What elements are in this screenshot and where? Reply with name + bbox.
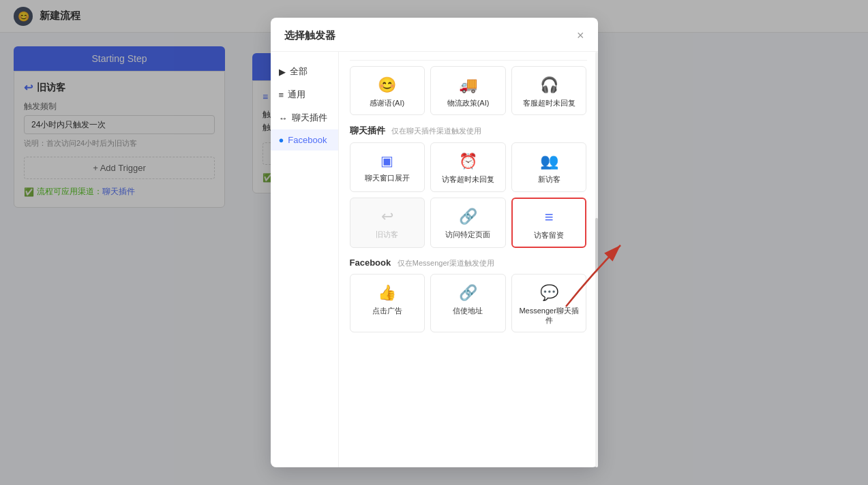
specific-page-label: 访问特定页面	[445, 230, 490, 239]
trigger-item-old-visitor: ↩ 旧访客	[350, 198, 425, 248]
trigger-item-new-visitor[interactable]: 👥 新访客	[511, 142, 587, 191]
modal-close-button[interactable]: ×	[577, 29, 584, 43]
modal-nav: ▶ 全部 ≡ 通用 ↔ 聊天插件 ● Facebook	[271, 52, 339, 467]
facebook-section-title: Facebook 仅在Messenger渠道触发使用	[350, 257, 587, 268]
messenger-url-icon: 🔗	[459, 284, 477, 302]
nav-facebook-label: Facebook	[288, 135, 327, 145]
thanks-ai-icon: 😊	[378, 76, 396, 94]
modal-title: 选择触发器	[284, 29, 335, 42]
new-visitor-label: 新访客	[538, 174, 560, 184]
timeout-icon: 🎧	[540, 76, 558, 94]
facebook-section: Facebook 仅在Messenger渠道触发使用 👍 点击广告 🔗 信使地址…	[350, 257, 587, 333]
trigger-item-messenger-plugin[interactable]: 💬 Messenger聊天插件	[511, 274, 587, 333]
nav-chat-label: 聊天插件	[292, 112, 327, 124]
visitor-lead-label: 访客留资	[534, 230, 564, 240]
click-ad-icon: 👍	[378, 284, 396, 302]
nav-item-all[interactable]: ▶ 全部	[271, 60, 338, 83]
nav-chat-icon: ↔	[279, 113, 288, 123]
trigger-item-timeout[interactable]: 🎧 客服超时未回复	[511, 66, 587, 115]
chat-plugin-subtitle: 仅在聊天插件渠道触发使用	[391, 127, 481, 135]
nav-item-chat-plugin[interactable]: ↔ 聊天插件	[271, 106, 338, 129]
nav-facebook-icon: ●	[279, 135, 284, 145]
trigger-item-specific-page[interactable]: 🔗 访问特定页面	[430, 198, 506, 248]
logistics-ai-icon: 🚚	[459, 76, 477, 94]
top-trigger-grid: 😊 感谢语(AI) 🚚 物流政策(AI) 🎧 客服超时未回复	[350, 60, 587, 115]
modal-scrollbar-track	[595, 52, 598, 467]
timeout-label: 客服超时未回复	[523, 98, 575, 108]
new-visitor-icon: 👥	[540, 153, 558, 170]
chat-expand-icon: ▣	[380, 153, 393, 169]
chat-plugin-trigger-grid: ▣ 聊天窗口展开 ⏰ 访客超时未回复 👥 新访客 ↩ 旧访客	[350, 142, 587, 248]
thanks-ai-label: 感谢语(AI)	[370, 98, 404, 108]
modal-header: 选择触发器 ×	[271, 18, 598, 52]
trigger-item-logistics-ai[interactable]: 🚚 物流政策(AI)	[430, 66, 506, 115]
trigger-item-messenger-url[interactable]: 🔗 信使地址	[430, 274, 506, 333]
nav-all-icon: ▶	[279, 67, 286, 77]
trigger-item-chat-expand[interactable]: ▣ 聊天窗口展开	[350, 142, 425, 191]
trigger-item-thanks-ai[interactable]: 😊 感谢语(AI)	[350, 66, 425, 115]
visitor-timeout-icon: ⏰	[459, 153, 477, 170]
logistics-ai-label: 物流政策(AI)	[447, 98, 490, 108]
modal: 选择触发器 × ▶ 全部 ≡ 通用 ↔ 聊天插件 ● Facebook	[271, 18, 598, 467]
visitor-lead-icon: ≡	[545, 208, 554, 226]
nav-item-general[interactable]: ≡ 通用	[271, 83, 338, 106]
messenger-url-label: 信使地址	[453, 306, 483, 315]
messenger-plugin-icon: 💬	[540, 284, 558, 302]
modal-body: ▶ 全部 ≡ 通用 ↔ 聊天插件 ● Facebook 😊 感谢语(A	[271, 52, 598, 467]
chat-plugin-section-title: 聊天插件 仅在聊天插件渠道触发使用	[350, 125, 587, 137]
old-visitor-icon: ↩	[381, 208, 393, 225]
messenger-plugin-label: Messenger聊天插件	[518, 306, 581, 326]
chat-plugin-section: 聊天插件 仅在聊天插件渠道触发使用 ▣ 聊天窗口展开 ⏰ 访客超时未回复 👥 新…	[350, 125, 587, 248]
nav-general-icon: ≡	[279, 90, 284, 100]
chat-expand-label: 聊天窗口展开	[365, 173, 410, 183]
trigger-item-visitor-timeout[interactable]: ⏰ 访客超时未回复	[430, 142, 506, 191]
facebook-trigger-grid: 👍 点击广告 🔗 信使地址 💬 Messenger聊天插件	[350, 274, 587, 333]
nav-item-facebook[interactable]: ● Facebook	[271, 129, 338, 151]
trigger-item-click-ad[interactable]: 👍 点击广告	[350, 274, 425, 333]
specific-page-icon: 🔗	[459, 208, 477, 225]
modal-scrollbar-thumb	[595, 218, 598, 272]
nav-all-label: 全部	[290, 65, 308, 78]
visitor-timeout-label: 访客超时未回复	[442, 174, 494, 184]
facebook-subtitle: 仅在Messenger渠道触发使用	[398, 259, 494, 267]
click-ad-label: 点击广告	[372, 306, 402, 315]
trigger-item-visitor-lead[interactable]: ≡ 访客留资	[511, 198, 587, 248]
modal-content: 😊 感谢语(AI) 🚚 物流政策(AI) 🎧 客服超时未回复 聊天插件 仅在聊天…	[339, 52, 598, 467]
old-visitor-label: 旧访客	[376, 230, 398, 239]
nav-general-label: 通用	[288, 89, 305, 101]
